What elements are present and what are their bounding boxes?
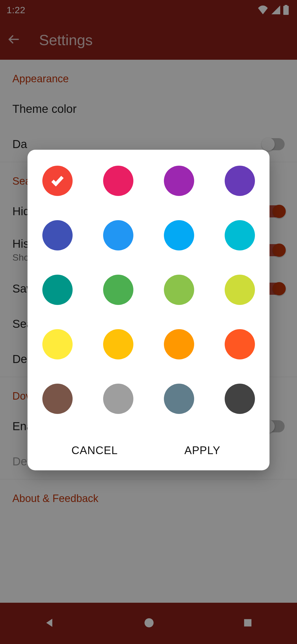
color-swatch-grey[interactable]	[103, 384, 133, 414]
color-swatch-green[interactable]	[103, 275, 133, 305]
color-swatch-dark-grey[interactable]	[225, 384, 255, 414]
apply-button[interactable]: APPLY	[148, 439, 256, 462]
color-picker-dialog: CANCEL APPLY	[28, 150, 270, 470]
color-grid	[41, 163, 256, 428]
color-swatch-purple[interactable]	[164, 166, 194, 196]
color-swatch-blue-grey[interactable]	[164, 384, 194, 414]
color-swatch-teal[interactable]	[42, 275, 73, 305]
color-swatch-brown[interactable]	[42, 384, 73, 414]
color-swatch-red[interactable]	[42, 166, 73, 196]
dialog-actions: CANCEL APPLY	[41, 428, 256, 462]
color-swatch-orange[interactable]	[164, 329, 194, 359]
color-swatch-amber[interactable]	[103, 329, 133, 359]
color-swatch-yellow[interactable]	[42, 329, 73, 359]
color-swatch-indigo[interactable]	[42, 220, 73, 250]
check-icon	[51, 175, 64, 186]
color-swatch-deep-orange[interactable]	[225, 329, 255, 359]
cancel-button[interactable]: CANCEL	[41, 439, 148, 462]
color-swatch-lime[interactable]	[225, 275, 255, 305]
color-swatch-pink[interactable]	[103, 166, 133, 196]
color-swatch-light-blue[interactable]	[164, 220, 194, 250]
color-swatch-deep-purple[interactable]	[225, 166, 255, 196]
color-swatch-blue[interactable]	[103, 220, 133, 250]
color-swatch-cyan[interactable]	[225, 220, 255, 250]
color-swatch-light-green[interactable]	[164, 275, 194, 305]
